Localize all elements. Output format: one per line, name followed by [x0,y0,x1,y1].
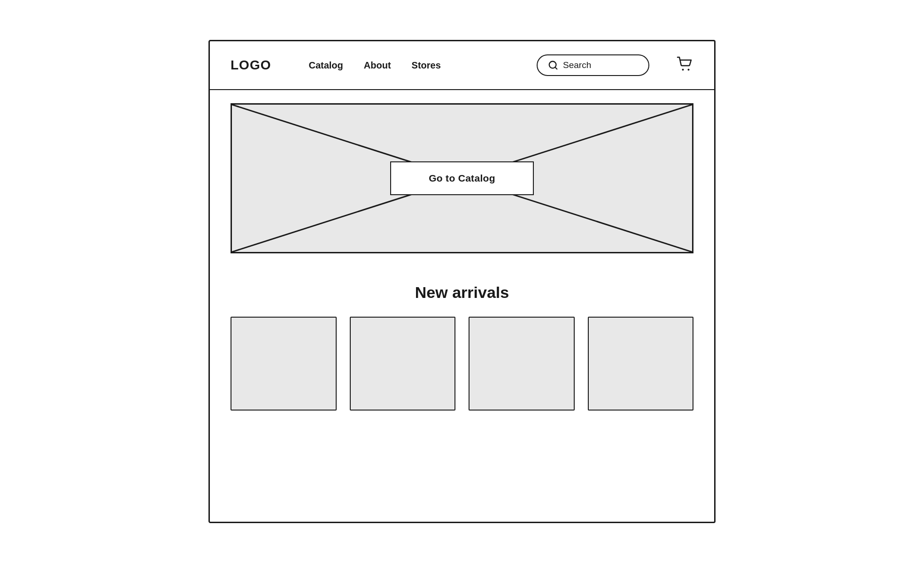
nav-link-stores[interactable]: Stores [412,60,441,71]
cart-icon [676,55,693,73]
product-card-4[interactable] [588,317,694,411]
page-wrapper: LOGO Catalog About Stores Search [0,0,924,563]
nav-link-catalog[interactable]: Catalog [308,60,343,71]
search-icon [548,60,558,70]
product-card-2[interactable] [350,317,456,411]
svg-line-1 [555,67,557,69]
new-arrivals-section: New arrivals [210,266,714,422]
product-card-3[interactable] [469,317,575,411]
products-grid [231,317,693,411]
new-arrivals-title: New arrivals [231,283,693,302]
nav-link-about[interactable]: About [364,60,391,71]
cta-button[interactable]: Go to Catalog [390,161,534,195]
svg-point-3 [688,69,690,71]
search-placeholder-text: Search [563,60,591,70]
svg-point-2 [682,69,684,71]
logo[interactable]: LOGO [231,58,271,73]
nav-links: Catalog About Stores [308,60,522,71]
search-bar[interactable]: Search [537,54,649,76]
cart-button[interactable] [676,55,693,75]
navbar: LOGO Catalog About Stores Search [210,41,714,90]
browser-frame: LOGO Catalog About Stores Search [208,40,716,523]
hero-banner: Go to Catalog [231,103,693,253]
product-card-1[interactable] [231,317,337,411]
